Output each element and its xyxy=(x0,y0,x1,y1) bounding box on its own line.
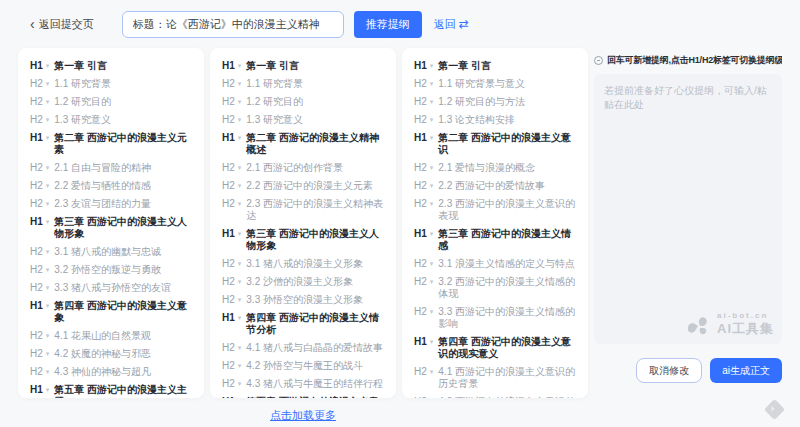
heading-level-tag[interactable]: H1 xyxy=(222,396,235,398)
outline-item[interactable]: H2▾1.2 研究目的 xyxy=(30,96,192,108)
outline-item[interactable]: H2▾4.1 西游记中的浪漫主义意识的历史背景 xyxy=(414,366,576,390)
heading-level-tag[interactable]: H1 xyxy=(414,336,427,348)
heading-level-tag[interactable]: H1 xyxy=(222,312,235,324)
outline-item[interactable]: H2▾4.3 神仙的神秘与超凡 xyxy=(30,366,192,378)
outline-item[interactable]: H2▾4.2 孙悟空与牛魔王的战斗 xyxy=(222,360,384,372)
outline-item[interactable]: H2▾1.2 研究目的与方法 xyxy=(414,96,576,108)
load-more-link[interactable]: 点击加载更多 xyxy=(270,409,336,421)
heading-level-tag[interactable]: H2 xyxy=(30,78,43,90)
heading-level-tag[interactable]: H2 xyxy=(30,282,43,294)
outline-item[interactable]: H2▾4.2 妖魔的神秘与邪恶 xyxy=(30,348,192,360)
heading-level-tag[interactable]: H2 xyxy=(222,378,235,390)
outline-item[interactable]: H2▾1.1 研究背景 xyxy=(222,78,384,90)
outline-item[interactable]: H2▾3.3 猪八戒与孙悟空的友谊 xyxy=(30,282,192,294)
heading-level-tag[interactable]: H1 xyxy=(30,300,43,312)
heading-level-tag[interactable]: H2 xyxy=(30,348,43,360)
heading-level-tag[interactable]: H1 xyxy=(30,384,43,396)
outline-item[interactable]: H1▾第五章 西游记中的浪漫主义意象分析 xyxy=(222,396,384,398)
outline-item[interactable]: H1▾第二章 西游记中的浪漫主义元素 xyxy=(30,132,192,156)
heading-level-tag[interactable]: H2 xyxy=(414,306,427,318)
heading-level-tag[interactable]: H1 xyxy=(30,132,43,144)
heading-level-tag[interactable]: H2 xyxy=(414,180,427,192)
heading-level-tag[interactable]: H2 xyxy=(414,78,427,90)
outline-item[interactable]: H2▾2.1 爱情与浪漫的概念 xyxy=(414,162,576,174)
heading-level-tag[interactable]: H2 xyxy=(222,78,235,90)
heading-level-tag[interactable]: H2 xyxy=(222,258,235,270)
heading-level-tag[interactable]: H2 xyxy=(30,246,43,258)
heading-level-tag[interactable]: H2 xyxy=(414,198,427,210)
outline-item[interactable]: H1▾第四章 西游记中的浪漫主义意识的现实意义 xyxy=(414,336,576,360)
outline-item[interactable]: H1▾第一章 引言 xyxy=(30,60,192,72)
outline-item[interactable]: H2▾2.1 西游记的创作背景 xyxy=(222,162,384,174)
outline-item[interactable]: H2▾3.2 西游记中的浪漫主义情感的体现 xyxy=(414,276,576,300)
heading-level-tag[interactable]: H1 xyxy=(414,132,427,144)
outline-item[interactable]: H1▾第一章 引言 xyxy=(414,60,576,72)
outline-item[interactable]: H2▾4.1 猪八戒与白晶晶的爱情故事 xyxy=(222,342,384,354)
heading-level-tag[interactable]: H2 xyxy=(414,96,427,108)
heading-level-tag[interactable]: H1 xyxy=(222,228,235,240)
outline-item[interactable]: H1▾第一章 引言 xyxy=(222,60,384,72)
heading-level-tag[interactable]: H2 xyxy=(414,276,427,288)
outline-item[interactable]: H2▾2.3 西游记中的浪漫主义意识的表现 xyxy=(414,198,576,222)
heading-level-tag[interactable]: H2 xyxy=(30,330,43,342)
heading-level-tag[interactable]: H2 xyxy=(30,162,43,174)
heading-level-tag[interactable]: H2 xyxy=(30,180,43,192)
outline-item[interactable]: H2▾3.1 猪八戒的幽默与忠诚 xyxy=(30,246,192,258)
outline-item[interactable]: H2▾1.2 研究目的 xyxy=(222,96,384,108)
heading-level-tag[interactable]: H2 xyxy=(222,180,235,192)
heading-level-tag[interactable]: H2 xyxy=(30,96,43,108)
outline-item[interactable]: H2▾4.2 西游记中的浪漫主义意识的社会影响 xyxy=(414,396,576,398)
heading-level-tag[interactable]: H1 xyxy=(30,216,43,228)
outline-item[interactable]: H2▾3.1 浪漫主义情感的定义与特点 xyxy=(414,258,576,270)
outline-item[interactable]: H1▾第三章 西游记中的浪漫主义人物形象 xyxy=(222,228,384,252)
heading-level-tag[interactable]: H2 xyxy=(222,342,235,354)
outline-item[interactable]: H2▾1.3 研究意义 xyxy=(30,114,192,126)
heading-level-tag[interactable]: H2 xyxy=(30,264,43,276)
heading-level-tag[interactable]: H2 xyxy=(414,396,427,398)
outline-item[interactable]: H2▾1.3 论文结构安排 xyxy=(414,114,576,126)
outline-item[interactable]: H2▾4.3 猪八戒与牛魔王的结伴行程 xyxy=(222,378,384,390)
heading-level-tag[interactable]: H2 xyxy=(414,114,427,126)
outline-item[interactable]: H1▾第三章 西游记中的浪漫主义人物形象 xyxy=(30,216,192,240)
outline-item[interactable]: H1▾第二章 西游记的浪漫主义精神概述 xyxy=(222,132,384,156)
outline-item[interactable]: H1▾第四章 西游记中的浪漫主义意象 xyxy=(30,300,192,324)
heading-level-tag[interactable]: H2 xyxy=(222,162,235,174)
heading-level-tag[interactable]: H2 xyxy=(414,366,427,378)
outline-item[interactable]: H2▾3.2 沙僧的浪漫主义形象 xyxy=(222,276,384,288)
outline-item[interactable]: H2▾2.3 友谊与团结的力量 xyxy=(30,198,192,210)
outline-item[interactable]: H2▾3.2 孙悟空的叛逆与勇敢 xyxy=(30,264,192,276)
heading-level-tag[interactable]: H1 xyxy=(222,60,235,72)
cancel-edit-button[interactable]: 取消修改 xyxy=(636,358,702,383)
heading-level-tag[interactable]: H2 xyxy=(414,258,427,270)
outline-item[interactable]: H1▾第五章 西游记中的浪漫主义主题 xyxy=(30,384,192,398)
title-input[interactable] xyxy=(122,11,344,38)
outline-item[interactable]: H2▾3.1 猪八戒的浪漫主义形象 xyxy=(222,258,384,270)
return-link[interactable]: 返回 ⇄ xyxy=(434,17,469,32)
outline-item[interactable]: H2▾1.1 研究背景与意义 xyxy=(414,78,576,90)
custom-outline-textarea[interactable] xyxy=(594,74,782,344)
heading-level-tag[interactable]: H2 xyxy=(222,294,235,306)
heading-level-tag[interactable]: H1 xyxy=(222,132,235,144)
outline-item[interactable]: H2▾2.2 西游记中的浪漫主义元素 xyxy=(222,180,384,192)
heading-level-tag[interactable]: H2 xyxy=(30,114,43,126)
heading-level-tag[interactable]: H1 xyxy=(414,228,427,240)
heading-level-tag[interactable]: H2 xyxy=(222,96,235,108)
outline-item[interactable]: H2▾2.1 自由与冒险的精神 xyxy=(30,162,192,174)
heading-level-tag[interactable]: H1 xyxy=(414,60,427,72)
outline-item[interactable]: H1▾第三章 西游记中的浪漫主义情感 xyxy=(414,228,576,252)
outline-item[interactable]: H2▾2.2 西游记中的爱情故事 xyxy=(414,180,576,192)
heading-level-tag[interactable]: H2 xyxy=(30,198,43,210)
outline-item[interactable]: H2▾1.3 研究意义 xyxy=(222,114,384,126)
heading-level-tag[interactable]: H2 xyxy=(30,366,43,378)
outline-item[interactable]: H2▾2.2 爱情与牺牲的情感 xyxy=(30,180,192,192)
outline-item[interactable]: H2▾4.1 花果山的自然景观 xyxy=(30,330,192,342)
outline-item[interactable]: H2▾1.1 研究背景 xyxy=(30,78,192,90)
outline-item[interactable]: H1▾第四章 西游记中的浪漫主义情节分析 xyxy=(222,312,384,336)
outline-item[interactable]: H2▾3.3 西游记中的浪漫主义情感的影响 xyxy=(414,306,576,330)
heading-level-tag[interactable]: H1 xyxy=(30,60,43,72)
heading-level-tag[interactable]: H2 xyxy=(222,360,235,372)
back-to-submit-link[interactable]: ‹ 返回提交页 xyxy=(30,17,94,32)
ai-generate-button[interactable]: ai生成正文 xyxy=(710,358,782,383)
heading-level-tag[interactable]: H2 xyxy=(222,114,235,126)
outline-item[interactable]: H2▾3.3 孙悟空的浪漫主义形象 xyxy=(222,294,384,306)
